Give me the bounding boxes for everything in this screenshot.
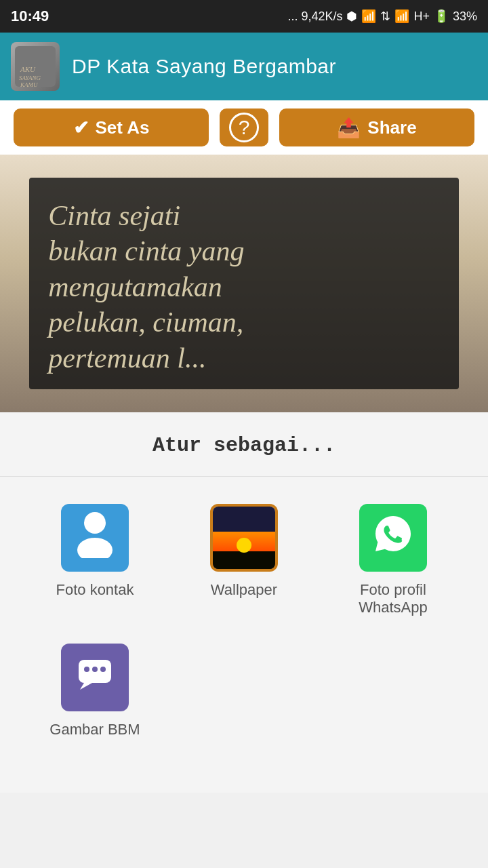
svg-point-5 <box>77 538 113 558</box>
quote-text: Cinta sejatibukan cinta yangmengutamakan… <box>48 198 440 376</box>
svg-text:KAMU: KAMU <box>20 81 38 87</box>
app-icon: AKU SAYANG KAMU <box>11 42 60 91</box>
option-bbm[interactable]: Gambar BBM <box>20 644 169 738</box>
atur-title: Atur sebagai... <box>0 434 488 457</box>
bbm-icon <box>73 652 117 703</box>
svg-marker-7 <box>80 683 92 690</box>
set-as-button[interactable]: ✔ Set As <box>14 108 209 146</box>
svg-rect-10 <box>100 667 106 672</box>
foto-kontak-icon-bg <box>61 504 129 572</box>
status-time: 10:49 <box>11 7 49 25</box>
option-whatsapp[interactable]: Foto profilWhatsApp <box>319 504 468 616</box>
status-bar-right: ... 9,42K/s ⬢ 📶 ⇅ 📶 H+ 🔋 33% <box>287 9 477 24</box>
bottom-section: Atur sebagai... Foto kontak <box>0 412 488 793</box>
option-foto-kontak[interactable]: Foto kontak <box>20 504 169 616</box>
whatsapp-icon-bg <box>359 504 427 572</box>
whatsapp-icon <box>371 512 415 564</box>
battery-icon: 🔋 <box>434 9 449 24</box>
bluetooth-icon: ⬢ <box>346 9 357 24</box>
bbm-label: Gambar BBM <box>49 721 140 738</box>
bbm-icon-bg <box>61 644 129 711</box>
signal2-icon: 📶 <box>394 9 409 24</box>
app-logo-svg: AKU SAYANG KAMU <box>15 46 56 87</box>
wallpaper-thumb <box>213 507 275 569</box>
battery-level: 33% <box>453 9 477 24</box>
svg-rect-8 <box>84 667 89 672</box>
share-icon: 📤 <box>337 117 361 139</box>
help-button[interactable]: ? <box>220 108 268 146</box>
app-icon-image: AKU SAYANG KAMU <box>11 42 60 91</box>
app-header: AKU SAYANG KAMU DP Kata Sayang Bergambar <box>0 33 488 100</box>
set-as-label: Set As <box>96 117 150 138</box>
foto-kontak-label: Foto kontak <box>56 581 134 599</box>
wallpaper-sun <box>237 538 251 553</box>
svg-rect-9 <box>92 667 98 672</box>
network-type: H+ <box>413 9 430 24</box>
share-label: Share <box>367 117 416 138</box>
wallpaper-label: Wallpaper <box>211 581 277 599</box>
data-arrows-icon: ⇅ <box>380 9 390 24</box>
status-bar: 10:49 ... 9,42K/s ⬢ 📶 ⇅ 📶 H+ 🔋 33% <box>0 0 488 33</box>
quote-box: Cinta sejatibukan cinta yangmengutamakan… <box>29 178 459 390</box>
app-title: DP Kata Sayang Bergambar <box>72 55 336 78</box>
toolbar: ✔ Set As ? 📤 Share <box>0 100 488 155</box>
network-speed: ... 9,42K/s <box>287 9 342 24</box>
options-grid: Foto kontak Wallpaper <box>0 504 488 766</box>
svg-text:AKU: AKU <box>20 65 36 73</box>
option-wallpaper[interactable]: Wallpaper <box>169 504 319 616</box>
signal-icon: 📶 <box>361 9 376 24</box>
svg-point-4 <box>84 512 106 534</box>
wallpaper-ground <box>213 551 275 569</box>
divider <box>0 476 488 477</box>
checkmark-icon: ✔ <box>73 117 89 139</box>
image-area: Cinta sejatibukan cinta yangmengutamakan… <box>0 155 488 412</box>
person-icon <box>75 509 115 566</box>
wallpaper-icon-bg <box>210 504 278 572</box>
question-icon: ? <box>229 113 259 142</box>
share-button[interactable]: 📤 Share <box>279 108 474 146</box>
wallpaper-upper <box>213 507 275 533</box>
whatsapp-label: Foto profilWhatsApp <box>359 581 428 616</box>
svg-text:SAYANG: SAYANG <box>19 75 41 81</box>
